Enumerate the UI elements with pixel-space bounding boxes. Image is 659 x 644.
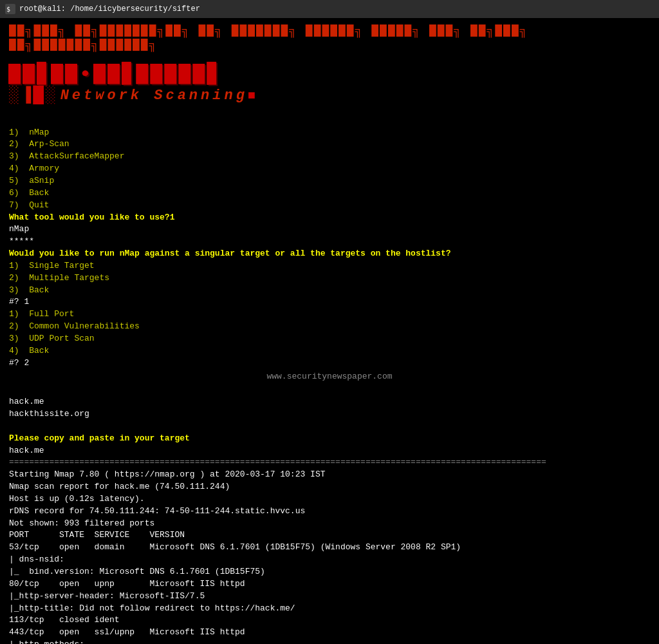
- menu-item-3: 3) AttackSurfaceMapper: [9, 151, 650, 163]
- nmap-port2: 80/tcp open upnp Microsoft IIS httpd: [9, 578, 650, 591]
- sub-item-4: 4) Back: [9, 345, 650, 357]
- sub-item-3: 3) UDP Port Scan: [9, 333, 650, 345]
- nmap-port4: 443/tcp open ssl/upnp Microsoft IIS http…: [9, 627, 650, 639]
- blank-line-3: [9, 421, 650, 433]
- separator-line: ========================================…: [9, 457, 650, 469]
- sub-item-2: 2) Common Vulnerabilities: [9, 321, 650, 333]
- menu-item-4: 4) Armory: [9, 163, 650, 175]
- nmap-line-1: Starting Nmap 7.80 ( https://nmap.org ) …: [9, 469, 650, 481]
- tool-prompt: What tool would you like to use?1: [9, 212, 650, 224]
- title-bar: $ root@kali: /home/iicybersecurity/sifte…: [0, 0, 659, 18]
- nmap-header: PORT STATE SERVICE VERSION: [9, 529, 650, 542]
- menu-item-2: 2) Arp-Scan: [9, 138, 650, 151]
- nmap-port3: 113/tcp closed ident: [9, 614, 650, 627]
- nmap-line-4: rDNS record for 74.50.111.244: 74-50-111…: [9, 506, 650, 518]
- target-1: hack.me: [9, 396, 650, 408]
- target-prompt: Please copy and paste in your target: [9, 433, 650, 445]
- ascii-banner: ░▐█░ Network Scanning ■: [9, 85, 650, 107]
- target-input: hack.me: [9, 445, 650, 457]
- nmap-prompt-1: #? 1: [9, 296, 650, 308]
- terminal-icon: $: [5, 4, 15, 14]
- watermark: www.securitynewspaper.com: [9, 371, 650, 383]
- nmap-question: Would you like to run nMap against a sin…: [9, 248, 650, 260]
- nmap-item-2: 2) Multiple Targets: [9, 272, 650, 285]
- menu-item-1: 1) nMap: [9, 127, 650, 139]
- stars: *****: [9, 236, 650, 248]
- terminal: ██╗███╗ ██╗███████╗██╗ ██╗ ███████╗ ████…: [0, 18, 659, 644]
- nmap-port1-nsid: | dns-nsid:: [9, 554, 650, 566]
- nmap-port1: 53/tcp open domain Microsoft DNS 6.1.760…: [9, 542, 650, 554]
- tool-selected: nMap: [9, 223, 650, 236]
- sub-item-1: 1) Full Port: [9, 308, 650, 321]
- title-bar-text: root@kali: /home/iicybersecurity/sifter: [19, 5, 200, 14]
- nmap-line-2: Nmap scan report for hack.me (74.50.111.…: [9, 481, 650, 493]
- blank-line-2: [9, 384, 650, 396]
- blank-line-1: [9, 115, 650, 127]
- ascii-art-header: ██╗███╗ ██╗███████╗██╗ ██╗ ███████╗ ████…: [9, 24, 650, 107]
- nmap-line-5: Not shown: 993 filtered ports: [9, 518, 650, 530]
- target-2: hackthissite.org: [9, 408, 650, 421]
- nmap-port4-methods: | http-methods:: [9, 639, 650, 644]
- nmap-line-3: Host is up (0.12s latency).: [9, 493, 650, 506]
- nmap-port2-header: |_http-server-header: Microsoft-IIS/7.5: [9, 591, 650, 603]
- menu-item-6: 6) Back: [9, 187, 650, 200]
- svg-text:$: $: [6, 6, 10, 13]
- menu-item-7: 7) Quit: [9, 200, 650, 212]
- nmap-prompt-2: #? 2: [9, 357, 650, 370]
- nmap-port2-title: |_http-title: Did not follow redirect to…: [9, 603, 650, 615]
- nmap-item-3: 3) Back: [9, 285, 650, 297]
- ascii-art-display: ██▊██•██▊█████▊: [9, 62, 650, 88]
- ascii-art-line1: ██╗███╗ ██╗███████╗██╗ ██╗ ███████╗ ████…: [9, 24, 650, 52]
- nmap-port1-bind: |_ bind.version: Microsoft DNS 6.1.7601 …: [9, 566, 650, 578]
- nmap-item-1: 1) Single Target: [9, 260, 650, 272]
- menu-item-5: 5) aSnip: [9, 175, 650, 187]
